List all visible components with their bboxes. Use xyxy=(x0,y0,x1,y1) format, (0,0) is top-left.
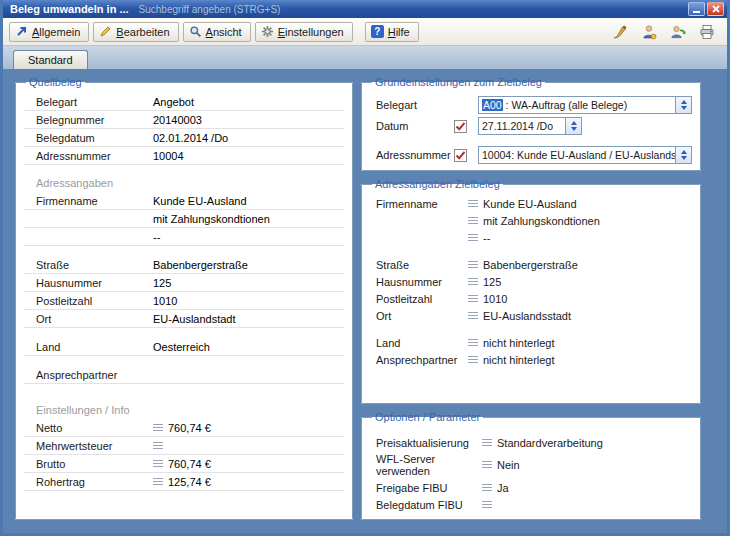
field-value: Angebot xyxy=(153,96,344,108)
red-check-icon xyxy=(455,121,466,132)
row-ziel-adressnummer: Adressnummer 10004: Kunde EU-Ausland / E… xyxy=(370,146,692,164)
field-value-text: 760,74 € xyxy=(168,458,211,470)
adressnummer-combobox[interactable]: 10004: Kunde EU-Ausland / EU-Auslandssta… xyxy=(478,146,692,164)
tab-standard[interactable]: Standard xyxy=(13,50,88,69)
field-value-text: Standardverarbeitung xyxy=(497,437,603,449)
row-firmenname-2: mit Zahlungskondtionen xyxy=(24,210,344,228)
value-indicator-icon xyxy=(153,460,163,468)
toolbar-right-icons xyxy=(610,22,721,42)
field-value-text: nicht hinterlegt xyxy=(483,337,555,349)
field-value: Standardverarbeitung xyxy=(482,437,692,449)
value-indicator-icon xyxy=(153,478,163,486)
spin-buttons[interactable] xyxy=(565,118,581,134)
row-adressnummer: Adressnummer 10004 xyxy=(24,147,344,165)
spin-down-icon xyxy=(571,127,577,131)
field-label: Land xyxy=(376,337,468,349)
datum-checkbox[interactable] xyxy=(454,120,467,133)
menu-ansicht-button[interactable]: Ansicht xyxy=(183,22,251,42)
field-label: Hausnummer xyxy=(376,276,468,288)
close-icon xyxy=(711,4,721,14)
field-label: Ort xyxy=(36,313,153,325)
field-value-text: mit Zahlungskondtionen xyxy=(483,215,600,227)
right-column: Grundeinstellungen zum Zielbeleg Belegar… xyxy=(361,76,701,520)
field-label: Adressnummer xyxy=(36,150,153,162)
menu-label: Hilfe xyxy=(388,26,410,38)
field-label: Brutto xyxy=(36,458,153,470)
value-indicator-icon xyxy=(153,424,163,432)
field-value: -- xyxy=(153,231,344,243)
field-label: Belegart xyxy=(36,96,153,108)
window-subtitle: Suchbegriff angeben (STRG+S) xyxy=(139,4,688,15)
menu-bearbeiten-button[interactable]: Bearbeiten xyxy=(93,22,178,42)
field-value: 760,74 € xyxy=(153,458,344,470)
spin-buttons[interactable] xyxy=(675,147,691,163)
row-wfl-server: WFL-Server verwenden Nein xyxy=(370,451,692,479)
field-value: nicht hinterlegt xyxy=(468,337,692,349)
value-indicator-icon xyxy=(468,261,478,269)
user-icon[interactable] xyxy=(639,22,659,42)
tab-strip: Standard xyxy=(3,46,727,69)
brush-icon[interactable] xyxy=(610,22,630,42)
spin-down-icon xyxy=(681,156,687,160)
field-value-text: 125,74 € xyxy=(168,476,211,488)
red-check-icon xyxy=(455,150,466,161)
value-indicator-icon xyxy=(468,217,478,225)
row-belegdatum: Belegdatum 02.01.2014 /Do xyxy=(24,129,344,147)
field-label: Ansprechpartner xyxy=(36,369,153,381)
row-postleitzahl: Postleitzahl 1010 xyxy=(24,292,344,310)
row-rohertrag: Rohertrag 125,74 € xyxy=(24,473,344,491)
row-ziel-ort: Ort EU-Auslandsstadt xyxy=(370,307,692,324)
combo-text: : WA-Auftrag (alle Belege) xyxy=(503,99,628,111)
row-brutto: Brutto 760,74 € xyxy=(24,455,344,473)
field-label: Straße xyxy=(376,259,468,271)
field-value: Babenbergerstraße xyxy=(153,259,344,271)
content-area: Quellbeleg Belegart Angebot Belegnummer … xyxy=(3,69,727,533)
field-value-text: -- xyxy=(483,232,490,244)
value-indicator-icon xyxy=(468,312,478,320)
user-sync-icon[interactable] xyxy=(668,22,688,42)
minimize-button[interactable] xyxy=(688,2,705,16)
row-strasse: Straße Babenbergerstraße xyxy=(24,256,344,274)
field-label: Ansprechpartner xyxy=(376,354,468,366)
left-column: Quellbeleg Belegart Angebot Belegnummer … xyxy=(15,76,353,520)
close-button[interactable] xyxy=(707,2,724,16)
row-ziel-ansprechpartner: Ansprechpartner nicht hinterlegt xyxy=(370,351,692,368)
field-label: Ort xyxy=(376,310,468,322)
menu-allgemein-button[interactable]: Allgemein xyxy=(9,22,89,42)
field-value-text: Kunde EU-Ausland xyxy=(483,198,577,210)
row-belegnummer: Belegnummer 20140003 xyxy=(24,111,344,129)
field-value: EU-Auslandstadt xyxy=(153,313,344,325)
field-value: Kunde EU-Ausland xyxy=(468,198,692,210)
quellbeleg-panel: Quellbeleg Belegart Angebot Belegnummer … xyxy=(15,76,353,520)
field-value: Nein xyxy=(482,459,692,471)
spin-buttons[interactable] xyxy=(675,97,691,113)
field-label: Belegnummer xyxy=(36,114,153,126)
adressnummer-checkbox[interactable] xyxy=(454,149,467,162)
field-label: WFL-Server verwenden xyxy=(376,453,482,477)
row-ziel-firmenname-3: -- xyxy=(370,229,692,246)
row-ziel-strasse: Straße Babenbergerstraße xyxy=(370,256,692,273)
field-label: Preisaktualisierung xyxy=(376,437,482,449)
field-label: Firmenname xyxy=(376,198,468,210)
field-value: Kunde EU-Ausland xyxy=(153,195,344,207)
section-header-info: Einstellungen / Info xyxy=(24,384,344,419)
row-ziel-postleitzahl: Postleitzahl 1010 xyxy=(370,290,692,307)
combo-text: 10004: Kunde EU-Ausland / EU-Auslandssta… xyxy=(482,149,675,161)
menu-label: Ansicht xyxy=(206,26,242,38)
printer-icon[interactable] xyxy=(697,22,717,42)
field-value-text: 760,74 € xyxy=(168,422,211,434)
value-indicator-icon xyxy=(482,461,492,469)
menu-einstellungen-button[interactable]: Einstellungen xyxy=(255,22,353,42)
menu-hilfe-button[interactable]: ? Hilfe xyxy=(365,22,419,42)
field-label: Land xyxy=(36,341,153,353)
row-firmenname-1: Firmenname Kunde EU-Ausland xyxy=(24,192,344,210)
field-label: Adressnummer xyxy=(376,149,454,161)
pencil-icon xyxy=(99,25,112,38)
datum-date-field[interactable]: 27.11.2014 /Do xyxy=(478,117,582,135)
grundeinstellungen-panel: Grundeinstellungen zum Zielbeleg Belegar… xyxy=(361,76,701,171)
belegart-combobox[interactable]: A00 : WA-Auftrag (alle Belege) xyxy=(478,96,692,114)
row-netto: Netto 760,74 € xyxy=(24,419,344,437)
field-value-text: 1010 xyxy=(483,293,507,305)
field-value: nicht hinterlegt xyxy=(468,354,692,366)
toolbar: Allgemein Bearbeiten Ansicht Einstellung… xyxy=(3,18,727,46)
